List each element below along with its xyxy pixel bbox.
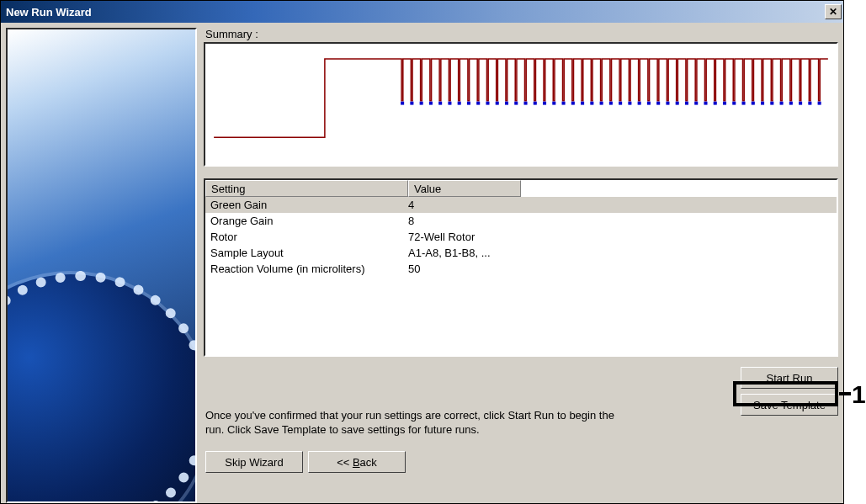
- run-profile-chart: [204, 42, 838, 167]
- svg-rect-32: [704, 102, 707, 105]
- cell-setting: Orange Gain: [205, 215, 408, 227]
- skip-wizard-button[interactable]: Skip Wizard: [205, 451, 303, 473]
- svg-rect-40: [780, 102, 784, 105]
- annotation-label-1: 1: [852, 380, 866, 409]
- svg-rect-27: [656, 102, 660, 105]
- svg-rect-30: [685, 102, 688, 105]
- save-template-button[interactable]: Save Template: [741, 394, 838, 416]
- col-header-value[interactable]: Value: [408, 180, 521, 197]
- cell-value: 50: [408, 263, 420, 275]
- table-row[interactable]: Green Gain4: [205, 197, 837, 213]
- svg-rect-17: [562, 102, 566, 105]
- svg-rect-7: [467, 102, 470, 105]
- svg-rect-8: [476, 102, 480, 105]
- svg-rect-28: [666, 102, 669, 105]
- svg-rect-24: [628, 102, 631, 105]
- summary-label: Summary :: [205, 28, 838, 40]
- content: Summary : Setting Value Green Gain4Orang…: [204, 28, 838, 498]
- svg-rect-1: [410, 102, 413, 105]
- cell-setting: Rotor: [205, 231, 408, 243]
- svg-rect-38: [761, 102, 764, 105]
- svg-rect-31: [694, 102, 698, 105]
- col-header-setting[interactable]: Setting: [205, 180, 408, 197]
- svg-rect-12: [514, 102, 518, 105]
- svg-rect-11: [505, 102, 508, 105]
- cell-setting: Sample Layout: [205, 247, 408, 259]
- svg-rect-44: [818, 102, 821, 105]
- annotation-leader-1: [839, 392, 851, 395]
- start-run-button[interactable]: Start Run: [741, 367, 838, 389]
- cell-value: 4: [408, 199, 521, 211]
- svg-rect-2: [420, 102, 423, 105]
- cell-value: A1-A8, B1-B8, ...: [408, 247, 491, 259]
- svg-rect-26: [647, 102, 651, 105]
- settings-table: Setting Value Green Gain4Orange Gain8Rot…: [204, 178, 838, 357]
- svg-rect-16: [552, 102, 555, 105]
- svg-rect-34: [723, 102, 726, 105]
- svg-rect-21: [600, 102, 603, 105]
- svg-rect-20: [590, 102, 593, 105]
- svg-rect-37: [752, 102, 755, 105]
- window-title: New Run Wizard: [6, 6, 92, 19]
- svg-rect-43: [808, 102, 811, 105]
- close-icon: ✕: [829, 6, 837, 18]
- svg-rect-35: [732, 102, 736, 105]
- svg-rect-39: [770, 102, 773, 105]
- svg-rect-6: [458, 102, 461, 105]
- table-header-row: Setting Value: [205, 180, 837, 197]
- svg-rect-5: [448, 102, 451, 105]
- svg-rect-14: [534, 102, 537, 105]
- svg-rect-4: [438, 102, 442, 105]
- profile-svg: [205, 44, 837, 165]
- bottom-area: Start Run Save Template Once you've conf…: [204, 367, 838, 498]
- svg-rect-18: [571, 102, 575, 105]
- help-text: Once you've confirmed that your run sett…: [205, 409, 626, 438]
- svg-rect-29: [676, 102, 679, 105]
- wizard-sidebar-image: [6, 28, 197, 503]
- svg-rect-42: [799, 102, 802, 105]
- body: Summary : Setting Value Green Gain4Orang…: [1, 23, 843, 503]
- cell-setting: Reaction Volume (in microliters): [205, 263, 408, 275]
- svg-rect-15: [543, 102, 546, 105]
- svg-rect-19: [581, 102, 584, 105]
- cell-value: 72-Well Rotor: [408, 231, 475, 243]
- table-row[interactable]: Reaction Volume (in microliters)50: [205, 261, 837, 277]
- svg-rect-9: [486, 102, 489, 105]
- table-row[interactable]: Rotor72-Well Rotor: [205, 229, 837, 245]
- table-body: Green Gain4Orange Gain8Rotor72-Well Roto…: [205, 197, 837, 277]
- back-button[interactable]: << Back: [308, 451, 406, 473]
- svg-rect-3: [429, 102, 433, 105]
- table-row[interactable]: Sample LayoutA1-A8, B1-B8, ...: [205, 245, 837, 261]
- cell-value: 8: [408, 215, 414, 227]
- svg-rect-33: [714, 102, 717, 105]
- svg-rect-0: [401, 102, 404, 105]
- svg-rect-22: [609, 102, 613, 105]
- new-run-wizard-window: New Run Wizard ✕ Summary : Setting Value…: [0, 0, 844, 504]
- svg-rect-23: [619, 102, 622, 105]
- svg-rect-25: [638, 102, 641, 105]
- close-button[interactable]: ✕: [825, 4, 842, 19]
- svg-rect-36: [742, 102, 746, 105]
- table-row[interactable]: Orange Gain8: [205, 213, 837, 229]
- svg-rect-13: [523, 102, 527, 105]
- titlebar: New Run Wizard ✕: [1, 1, 843, 23]
- svg-rect-41: [789, 102, 793, 105]
- svg-rect-10: [496, 102, 499, 105]
- cell-setting: Green Gain: [205, 199, 408, 211]
